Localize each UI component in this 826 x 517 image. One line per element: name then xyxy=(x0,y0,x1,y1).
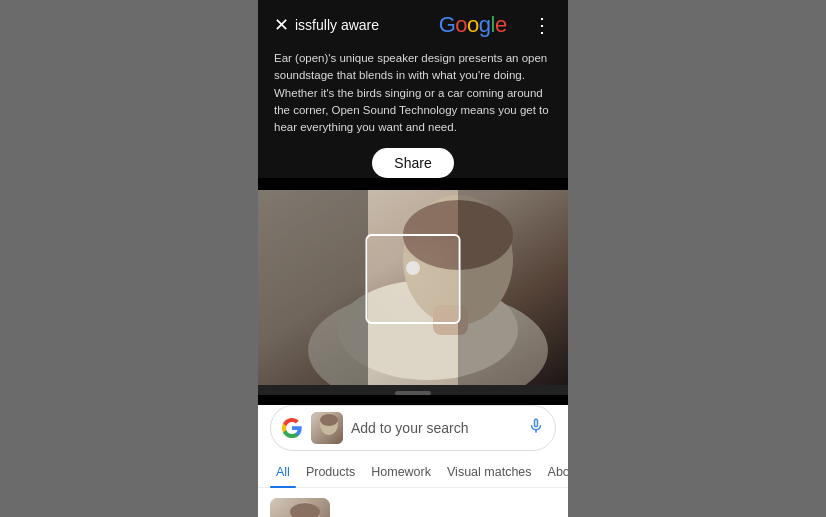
g-red2: e xyxy=(495,12,507,37)
search-placeholder: Add to your search xyxy=(351,420,519,436)
product-image-section xyxy=(258,190,568,385)
tab-products[interactable]: Products xyxy=(300,459,361,487)
search-bar[interactable]: Add to your search xyxy=(270,405,556,451)
phone-container: ✕ issfully aware Google ⋮ Ear (open)'s u… xyxy=(258,0,568,517)
tab-visual-matches[interactable]: Visual matches xyxy=(441,459,538,487)
tabs-bar: All Products Homework Visual matches Abo… xyxy=(258,459,568,488)
description-text: Ear (open)'s unique speaker design prese… xyxy=(258,46,568,148)
tab-about[interactable]: About t xyxy=(542,459,568,487)
site-name: issfully aware xyxy=(295,17,414,33)
thumbnail-svg xyxy=(311,412,343,444)
tab-homework[interactable]: Homework xyxy=(365,459,437,487)
tab-all[interactable]: All xyxy=(270,459,296,487)
top-section: ✕ issfully aware Google ⋮ Ear (open)'s u… xyxy=(258,0,568,178)
handle-bar xyxy=(395,391,431,395)
drag-handle[interactable] xyxy=(258,385,568,395)
g-red: o xyxy=(455,12,467,37)
g-yellow: o xyxy=(467,12,479,37)
search-thumbnail xyxy=(311,412,343,444)
close-button[interactable]: ✕ xyxy=(274,14,289,36)
google-g-icon xyxy=(281,417,303,439)
mic-icon[interactable] xyxy=(527,417,545,440)
svg-point-11 xyxy=(320,414,338,426)
related-section: Related search xyxy=(258,488,568,517)
share-button[interactable]: Share xyxy=(372,148,453,178)
svg-rect-7 xyxy=(258,190,368,385)
related-thumb-svg xyxy=(270,498,330,517)
g-blue2: g xyxy=(479,12,491,37)
svg-rect-8 xyxy=(458,190,568,385)
share-button-wrap: Share xyxy=(258,148,568,178)
related-thumbnail xyxy=(270,498,330,517)
g-blue: G xyxy=(439,12,456,37)
bottom-panel: Add to your search All Products Homework… xyxy=(258,405,568,517)
scan-overlay xyxy=(366,234,461,324)
more-button[interactable]: ⋮ xyxy=(532,13,552,37)
top-bar: ✕ issfully aware Google ⋮ xyxy=(258,0,568,46)
google-logo: Google xyxy=(414,12,533,38)
